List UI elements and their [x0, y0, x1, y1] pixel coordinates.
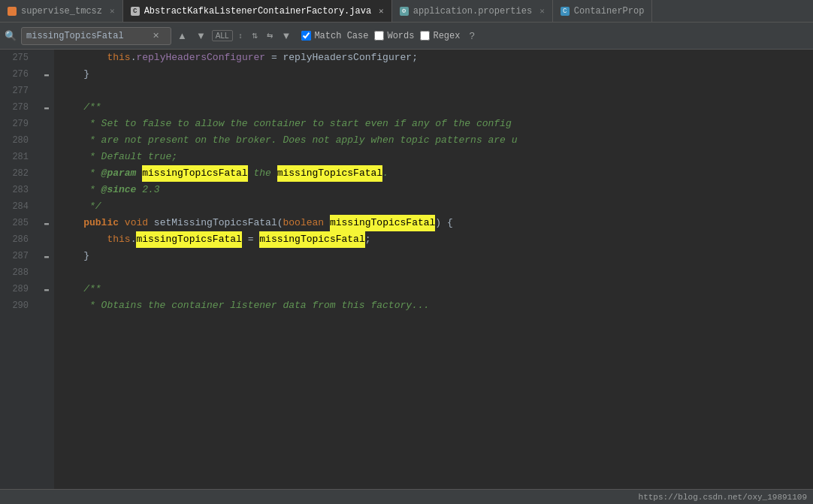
tab-supervise-close[interactable]: ✕: [110, 6, 115, 16]
search-extra-2[interactable]: ⇅: [249, 30, 261, 41]
gutter-275: 275: [0, 50, 33, 66]
search-icon: 🔍: [5, 30, 17, 42]
search-filter-btn[interactable]: ▼: [279, 29, 295, 43]
line-287: }: [60, 248, 813, 264]
fold-column: ▬ ▬ ▬ ▬ ▬: [39, 50, 54, 489]
fold-281: [39, 149, 54, 165]
tab-icon-container: C: [561, 7, 570, 16]
fold-277: [39, 83, 54, 99]
fold-290: [39, 297, 54, 314]
gutter-278: 278: [0, 99, 33, 116]
line-275: this.replyHeadersConfigurer = replyHeade…: [60, 50, 813, 66]
search-options: Match Case Words Regex ?: [301, 30, 474, 41]
code-area: 275 276 277 278 279 280 281 282 283 284 …: [0, 50, 813, 489]
code-content[interactable]: this.replyHeadersConfigurer = replyHeade…: [54, 50, 813, 489]
match-case-label: Match Case: [314, 31, 368, 41]
tab-icon-application: ⚙: [400, 7, 409, 16]
fold-282: [39, 165, 54, 182]
words-option[interactable]: Words: [374, 31, 414, 41]
tab-icon-supervise: [8, 7, 17, 16]
search-next-btn[interactable]: ▼: [193, 29, 209, 43]
tab-icon-abstract: C: [131, 7, 140, 16]
tab-application[interactable]: ⚙ application.properties ✕: [392, 0, 553, 22]
line-288: [60, 264, 813, 281]
line-278: /**: [60, 99, 813, 116]
gutter-280: 280: [0, 132, 33, 149]
match-case-option[interactable]: Match Case: [301, 31, 368, 41]
search-bar: 🔍 ✕ ▲ ▼ ALL ↕ ⇅ ⇆ ▼ Match Case Words Reg…: [0, 23, 813, 50]
gutter-290: 290: [0, 297, 33, 314]
search-input-wrap: ✕: [21, 27, 171, 45]
line-282: * @param missingTopicsFatal the missingT…: [60, 165, 813, 182]
line-281: * Default true;: [60, 149, 813, 165]
line-289: /**: [60, 281, 813, 297]
fold-286: [39, 231, 54, 248]
gutter-285: 285: [0, 215, 33, 231]
gutter-289: 289: [0, 281, 33, 297]
regex-checkbox[interactable]: [420, 31, 430, 41]
line-285: public void setMissingTopicsFatal(boolea…: [60, 215, 813, 231]
tab-container-label: ContainerProp: [574, 6, 645, 17]
help-button[interactable]: ?: [469, 30, 474, 41]
search-input[interactable]: [26, 31, 147, 41]
gutter-283: 283: [0, 182, 33, 198]
gutter-282: 282: [0, 165, 33, 182]
fold-280: [39, 132, 54, 149]
tab-supervise-label: supervise_tmcsz: [21, 6, 102, 17]
search-prev-btn[interactable]: ▲: [174, 29, 190, 43]
gutter-279: 279: [0, 116, 33, 132]
line-279: * Set to false to allow the container to…: [60, 116, 813, 132]
words-checkbox[interactable]: [374, 31, 384, 41]
search-clear-btn[interactable]: ✕: [150, 29, 162, 42]
search-all-btn[interactable]: ALL: [212, 30, 233, 41]
fold-288: [39, 264, 54, 281]
status-bar: https://blog.csdn.net/oxy_19891109: [0, 489, 813, 504]
tab-bar: supervise_tmcsz ✕ C AbstractKafkaListene…: [0, 0, 813, 23]
fold-287[interactable]: ▬: [39, 248, 54, 264]
tab-supervise[interactable]: supervise_tmcsz ✕: [0, 0, 123, 22]
fold-278[interactable]: ▬: [39, 99, 54, 116]
match-case-checkbox[interactable]: [301, 31, 311, 41]
gutter-288: 288: [0, 264, 33, 281]
line-277: [60, 83, 813, 99]
line-286: this.missingTopicsFatal = missingTopicsF…: [60, 231, 813, 248]
gutter-281: 281: [0, 149, 33, 165]
tab-container[interactable]: C ContainerProp: [553, 0, 653, 22]
line-280: * are not present on the broker. Does no…: [60, 132, 813, 149]
gutter-284: 284: [0, 198, 33, 215]
status-url: https://blog.csdn.net/oxy_19891109: [639, 493, 807, 502]
line-number-gutter: 275 276 277 278 279 280 281 282 283 284 …: [0, 50, 39, 489]
search-extra-3[interactable]: ⇆: [264, 30, 276, 41]
gutter-286: 286: [0, 231, 33, 248]
gutter-276: 276: [0, 66, 33, 83]
regex-label: Regex: [433, 31, 460, 41]
gutter-287: 287: [0, 248, 33, 264]
fold-283: [39, 182, 54, 198]
fold-279: [39, 116, 54, 132]
search-extra-1[interactable]: ↕: [236, 30, 246, 41]
line-284: */: [60, 198, 813, 215]
fold-275: [39, 50, 54, 66]
gutter-277: 277: [0, 83, 33, 99]
fold-289[interactable]: ▬: [39, 281, 54, 297]
tab-abstract[interactable]: C AbstractKafkaListenerContainerFactory.…: [123, 0, 392, 22]
tab-abstract-close[interactable]: ✕: [379, 6, 384, 16]
tab-application-label: application.properties: [413, 6, 532, 17]
line-276: }: [60, 66, 813, 83]
fold-285[interactable]: ▬: [39, 215, 54, 231]
regex-option[interactable]: Regex: [420, 31, 460, 41]
line-283: * @since 2.3: [60, 182, 813, 198]
tab-application-close[interactable]: ✕: [539, 6, 545, 16]
fold-276[interactable]: ▬: [39, 66, 54, 83]
words-label: Words: [387, 31, 414, 41]
tab-abstract-label: AbstractKafkaListenerContainerFactory.ja…: [144, 6, 371, 17]
line-290: * Obtains the container listener data fr…: [60, 297, 813, 314]
fold-284: [39, 198, 54, 215]
